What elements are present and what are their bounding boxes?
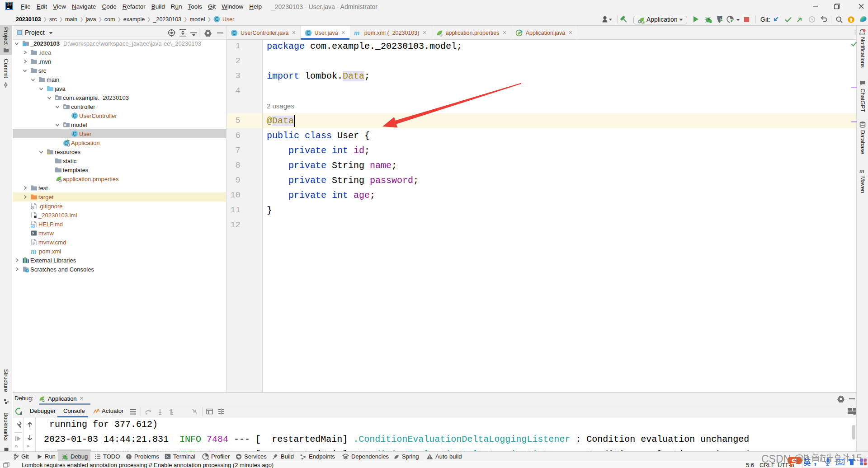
svg-text:I: I [196, 411, 197, 415]
svg-text:m: m [354, 29, 359, 36]
svg-text:m: m [31, 248, 36, 255]
svg-text:MD: MD [31, 225, 35, 227]
svg-text:15: 15 [851, 453, 862, 463]
svg-text:C: C [232, 30, 236, 36]
svg-text:C: C [307, 30, 310, 36]
